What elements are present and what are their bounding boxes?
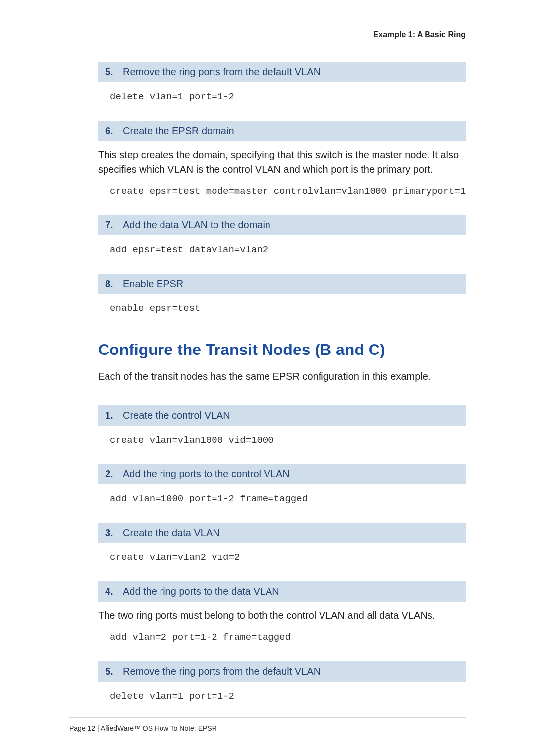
code-block: add vlan=2 port=1-2 frame=tagged [98, 623, 466, 645]
code-block: add vlan=1000 port=1-2 frame=tagged [98, 484, 466, 506]
footer-text: Page 12 | AlliedWare™ OS How To Note: EP… [69, 723, 217, 733]
step-heading: 1. Create the control VLAN [98, 405, 466, 426]
code-block: add epsr=test datavlan=vlan2 [98, 235, 466, 257]
step-number: 4. [105, 584, 116, 599]
step-title: Remove the ring ports from the default V… [123, 664, 321, 679]
step-title: Add the data VLAN to the domain [123, 218, 270, 232]
step-heading: 6. Create the EPSR domain [98, 121, 466, 141]
step-title: Create the EPSR domain [123, 124, 234, 138]
step-number: 3. [105, 526, 116, 540]
step-number: 6. [105, 124, 116, 138]
page-content: Example 1: A Basic Ring 5. Remove the ri… [0, 0, 535, 704]
step-heading: 7. Add the data VLAN to the domain [98, 215, 466, 235]
code-block: delete vlan=1 port=1-2 [98, 82, 466, 104]
code-block: create vlan=vlan1000 vid=1000 [98, 426, 466, 448]
step-title: Enable EPSR [123, 277, 183, 291]
step-title: Create the data VLAN [123, 526, 220, 540]
step-heading: 4. Add the ring ports to the data VLAN [98, 581, 466, 602]
step-heading: 2. Add the ring ports to the control VLA… [98, 464, 466, 484]
step-heading: 5. Remove the ring ports from the defaul… [98, 661, 466, 682]
code-block: create vlan=vlan2 vid=2 [98, 543, 466, 565]
step-title: Remove the ring ports from the default V… [123, 65, 321, 79]
step-heading: 8. Enable EPSR [98, 274, 466, 294]
step-number: 5. [105, 65, 116, 79]
step-number: 1. [105, 408, 116, 423]
step-number: 2. [105, 467, 116, 481]
running-head: Example 1: A Basic Ring [98, 29, 466, 40]
step-number: 5. [105, 664, 116, 679]
code-block: delete vlan=1 port=1-2 [98, 682, 466, 704]
section-heading: Configure the Transit Nodes (B and C) [98, 338, 466, 361]
step-paragraph: The two ring ports must belong to both t… [98, 608, 466, 623]
step-number: 7. [105, 218, 116, 232]
step-number: 8. [105, 277, 116, 291]
step-title: Create the control VLAN [123, 408, 230, 423]
section-intro: Each of the transit nodes has the same E… [98, 369, 466, 384]
step-title: Add the ring ports to the data VLAN [123, 584, 279, 599]
footer-rule [69, 717, 466, 718]
step-title: Add the ring ports to the control VLAN [123, 467, 290, 481]
step-heading: 5. Remove the ring ports from the defaul… [98, 62, 466, 82]
step-heading: 3. Create the data VLAN [98, 523, 466, 543]
step-paragraph: This step creates the domain, specifying… [98, 148, 466, 177]
code-block: enable epsr=test [98, 294, 466, 316]
code-block: create epsr=test mode=master controlvlan… [98, 177, 466, 199]
